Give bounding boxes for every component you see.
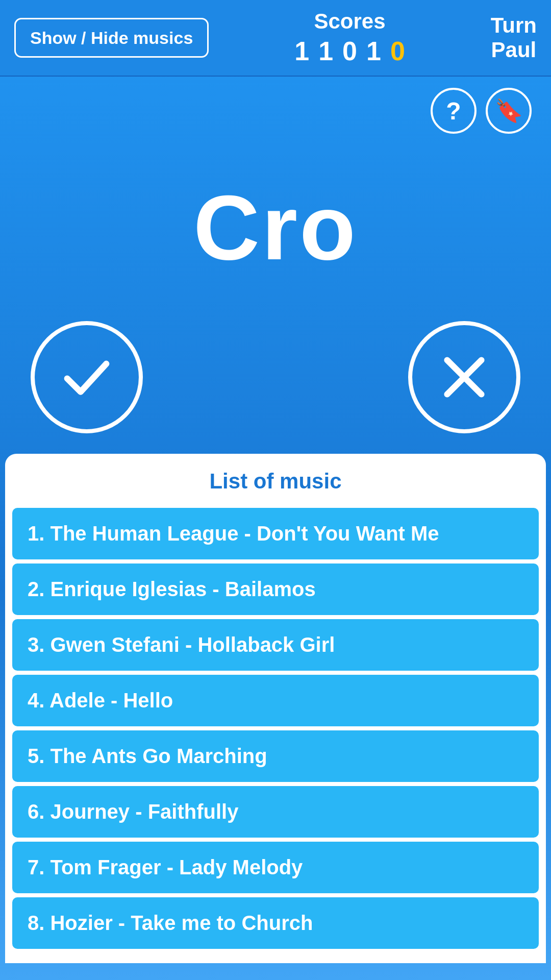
music-list-item[interactable]: 3. Gwen Stefani - Hollaback Girl [12,619,539,671]
turn-label: Turn [491,13,537,38]
scores-label: Scores [294,9,405,34]
music-list-item[interactable]: 8. Hozier - Take me to Church [12,897,539,949]
music-list-container: List of music 1. The Human League - Don'… [5,454,546,963]
music-list-item[interactable]: 2. Enrique Iglesias - Bailamos [12,564,539,615]
music-list-item[interactable]: 1. The Human League - Don't You Want Me [12,508,539,559]
header: Show / Hide musics Scores 1 1 0 1 0 Turn… [0,0,551,77]
correct-button[interactable] [31,321,143,433]
score-1: 1 [294,36,309,66]
score-5-highlight: 0 [390,36,405,66]
turn-name: Paul [491,38,537,62]
scores-values: 1 1 0 1 0 [294,36,405,66]
bookmark-button[interactable]: 🔖 [486,88,532,134]
music-list-item[interactable]: 4. Adele - Hello [12,675,539,726]
scores-section: Scores 1 1 0 1 0 [294,9,405,66]
x-icon [434,347,495,408]
question-icon: ? [446,97,461,125]
wrong-button[interactable] [408,321,520,433]
music-list-title: List of music [5,454,546,504]
score-2: 1 [318,36,333,66]
music-items-list: 1. The Human League - Don't You Want Me2… [5,508,546,949]
main-word: Cro [193,175,358,280]
main-word-section: Cro [0,134,551,301]
action-buttons [0,301,551,454]
score-4: 1 [366,36,381,66]
icon-row: ? 🔖 [0,77,551,134]
score-3: 0 [342,36,357,66]
bookmark-icon: 🔖 [495,97,523,124]
checkmark-icon [56,347,117,408]
turn-section: Turn Paul [491,13,537,62]
music-list-item[interactable]: 5. The Ants Go Marching [12,730,539,782]
show-hide-button[interactable]: Show / Hide musics [14,18,209,58]
help-button[interactable]: ? [431,88,477,134]
music-list-item[interactable]: 7. Tom Frager - Lady Melody [12,842,539,893]
music-list-item[interactable]: 6. Journey - Faithfully [12,786,539,838]
